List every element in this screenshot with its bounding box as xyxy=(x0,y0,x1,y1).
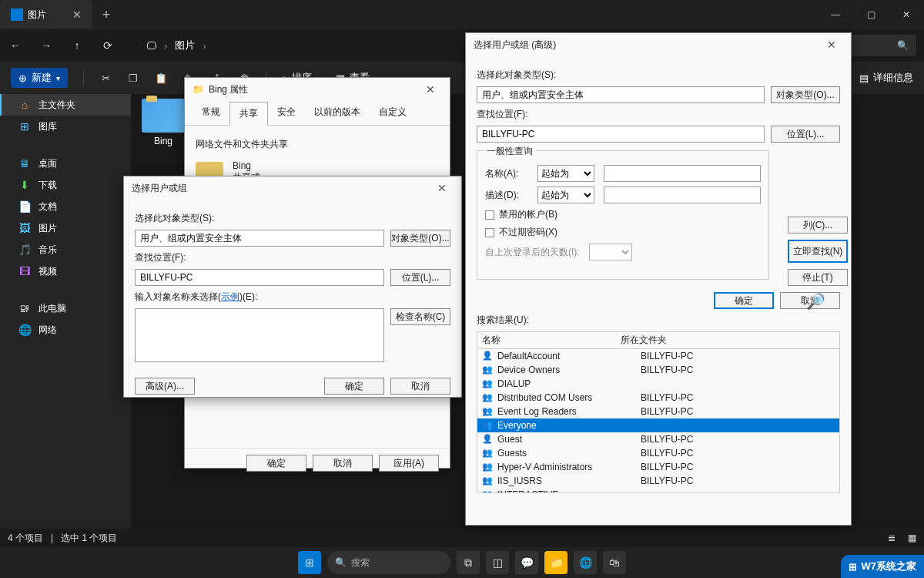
result-row[interactable]: 👤DefaultAccountBILLYFU-PC xyxy=(477,349,839,363)
active-tab[interactable]: 图片 ✕ xyxy=(0,0,92,29)
explorer-icon[interactable]: 📁 xyxy=(544,551,567,574)
stop-button[interactable]: 停止(T) xyxy=(788,269,848,286)
copy-icon[interactable]: ❐ xyxy=(127,72,139,84)
sidebar-item-文档[interactable]: 📄文档 xyxy=(0,196,131,217)
selected-count: 选中 1 个项目 xyxy=(61,532,117,545)
folder-bing[interactable]: Bing xyxy=(140,99,186,146)
ok-button[interactable]: 确定 xyxy=(324,378,384,395)
sidebar-item-label: 主文件夹 xyxy=(38,99,75,112)
up-button[interactable]: ↑ xyxy=(69,38,85,53)
breadcrumb-current[interactable]: 图片 xyxy=(175,39,195,52)
cancel-button[interactable]: 取消 xyxy=(390,378,450,395)
results-list[interactable]: 名称 所在文件夹 👤DefaultAccountBILLYFU-PC👥Devic… xyxy=(477,331,840,493)
result-row[interactable]: 👥Distributed COM UsersBILLYFU-PC xyxy=(477,391,839,405)
tab-自定义[interactable]: 自定义 xyxy=(370,101,416,125)
view-details-icon[interactable]: ≣ xyxy=(888,533,896,543)
desc-match-select[interactable]: 起始为 xyxy=(537,187,594,203)
close-window-button[interactable]: ✕ xyxy=(889,0,924,29)
dialog-title: 选择用户或组 xyxy=(132,182,187,195)
task-view-icon[interactable]: ⧉ xyxy=(457,551,480,574)
cut-icon[interactable]: ✂ xyxy=(99,72,112,84)
sidebar-item-label: 文档 xyxy=(38,200,57,213)
names-textarea[interactable] xyxy=(135,308,384,362)
paste-icon[interactable]: 📋 xyxy=(155,72,167,84)
edge-icon[interactable]: 🌐 xyxy=(574,551,597,574)
start-button[interactable]: ⊞ xyxy=(298,551,321,574)
result-row[interactable]: 👥INTERACTIVE xyxy=(477,488,839,493)
principal-icon: 👥 xyxy=(482,392,493,403)
desc-input[interactable] xyxy=(604,187,761,203)
new-button[interactable]: ⊕新建▾ xyxy=(11,68,68,88)
noexpire-password-checkbox[interactable] xyxy=(485,228,494,237)
sidebar-item-label: 音乐 xyxy=(38,244,57,257)
sidebar-item-视频[interactable]: 🎞视频 xyxy=(0,260,131,282)
col-name[interactable]: 名称 xyxy=(482,334,621,347)
close-icon[interactable]: ✕ xyxy=(820,39,843,51)
result-row[interactable]: 👥Everyone xyxy=(477,418,839,432)
location-field[interactable] xyxy=(477,126,765,143)
ok-button[interactable]: 确定 xyxy=(714,292,774,309)
result-row[interactable]: 👥Hyper-V AdministratorsBILLYFU-PC xyxy=(477,460,839,474)
disabled-accounts-checkbox[interactable] xyxy=(485,210,494,220)
sidebar-item-图片[interactable]: 🖼图片 xyxy=(0,217,131,239)
sidebar-item-网络[interactable]: 🌐网络 xyxy=(0,319,131,341)
search-icon: 🔍 xyxy=(897,40,909,51)
result-row[interactable]: 👤GuestBILLYFU-PC xyxy=(477,432,839,446)
location-field[interactable] xyxy=(135,269,384,286)
cancel-button[interactable]: 取消 xyxy=(313,455,373,472)
columns-button[interactable]: 列(C)... xyxy=(788,217,848,234)
breadcrumb[interactable]: 🖵 › 图片 › xyxy=(146,39,206,52)
sidebar-item-图库[interactable]: ⊞图库 xyxy=(0,116,131,137)
sidebar-item-此电脑[interactable]: 🖳此电脑 xyxy=(0,297,131,319)
sidebar-item-下载[interactable]: ⬇下载 xyxy=(0,174,131,196)
location-button[interactable]: 位置(L)... xyxy=(771,126,840,143)
object-type-button[interactable]: 对象类型(O)... xyxy=(390,230,450,247)
refresh-button[interactable]: ⟳ xyxy=(100,38,116,53)
sidebar: ⌂主文件夹⊞图库🖥桌面⬇下载📄文档🖼图片🎵音乐🎞视频🖳此电脑🌐网络 xyxy=(0,94,131,547)
store-icon[interactable]: 🛍 xyxy=(603,551,626,574)
sidebar-item-主文件夹[interactable]: ⌂主文件夹 xyxy=(0,94,131,116)
name-match-select[interactable]: 起始为 xyxy=(537,165,594,182)
location-button[interactable]: 位置(L)... xyxy=(390,269,450,286)
result-row[interactable]: 👥GuestsBILLYFU-PC xyxy=(477,446,839,460)
tab-共享[interactable]: 共享 xyxy=(229,102,268,126)
result-row[interactable]: 👥IIS_IUSRSBILLYFU-PC xyxy=(477,474,839,488)
col-folder[interactable]: 所在文件夹 xyxy=(621,334,744,347)
maximize-button[interactable]: ▢ xyxy=(853,0,889,29)
result-row[interactable]: 👥Event Log ReadersBILLYFU-PC xyxy=(477,405,839,418)
result-row[interactable]: 👥Device OwnersBILLYFU-PC xyxy=(477,363,839,377)
result-row[interactable]: 👥DIALUP xyxy=(477,377,839,391)
sidebar-item-桌面[interactable]: 🖥桌面 xyxy=(0,153,131,174)
name-input[interactable] xyxy=(604,165,761,182)
close-icon[interactable]: ✕ xyxy=(419,83,442,96)
sidebar-item-音乐[interactable]: 🎵音乐 xyxy=(0,239,131,260)
back-button[interactable]: ← xyxy=(8,38,23,53)
new-tab-button[interactable]: + xyxy=(92,7,120,23)
tab-安全[interactable]: 安全 xyxy=(268,101,305,125)
pictures-icon xyxy=(11,8,23,21)
forward-button[interactable]: → xyxy=(38,38,54,53)
find-now-button[interactable]: 立即查找(N) xyxy=(788,240,848,263)
titlebar: 图片 ✕ + — ▢ ✕ xyxy=(0,0,924,29)
minimize-button[interactable]: — xyxy=(818,0,853,29)
taskbar-search[interactable]: 🔍搜索 xyxy=(327,551,450,574)
close-icon[interactable]: ✕ xyxy=(430,182,454,194)
chat-icon[interactable]: 💬 xyxy=(515,551,538,574)
tab-以前的版本[interactable]: 以前的版本 xyxy=(305,101,370,125)
widgets-icon[interactable]: ◫ xyxy=(486,551,509,574)
object-type-field[interactable] xyxy=(477,86,765,103)
dialog-title: 选择用户或组 (高级) xyxy=(474,39,556,52)
example-link[interactable]: 示例 xyxy=(221,291,239,302)
object-type-field[interactable] xyxy=(135,230,384,247)
result-name: Device Owners xyxy=(497,365,636,375)
details-button[interactable]: ▤详细信息 xyxy=(859,71,913,85)
advanced-button[interactable]: 高级(A)... xyxy=(135,378,195,395)
result-folder: BILLYFU-PC xyxy=(641,476,764,486)
object-type-button[interactable]: 对象类型(O)... xyxy=(771,86,840,103)
check-names-button[interactable]: 检查名称(C) xyxy=(390,308,450,325)
apply-button[interactable]: 应用(A) xyxy=(379,455,439,472)
tab-常规[interactable]: 常规 xyxy=(192,101,229,125)
close-tab-icon[interactable]: ✕ xyxy=(72,8,82,21)
view-tiles-icon[interactable]: ▦ xyxy=(908,533,916,543)
ok-button[interactable]: 确定 xyxy=(246,455,306,472)
